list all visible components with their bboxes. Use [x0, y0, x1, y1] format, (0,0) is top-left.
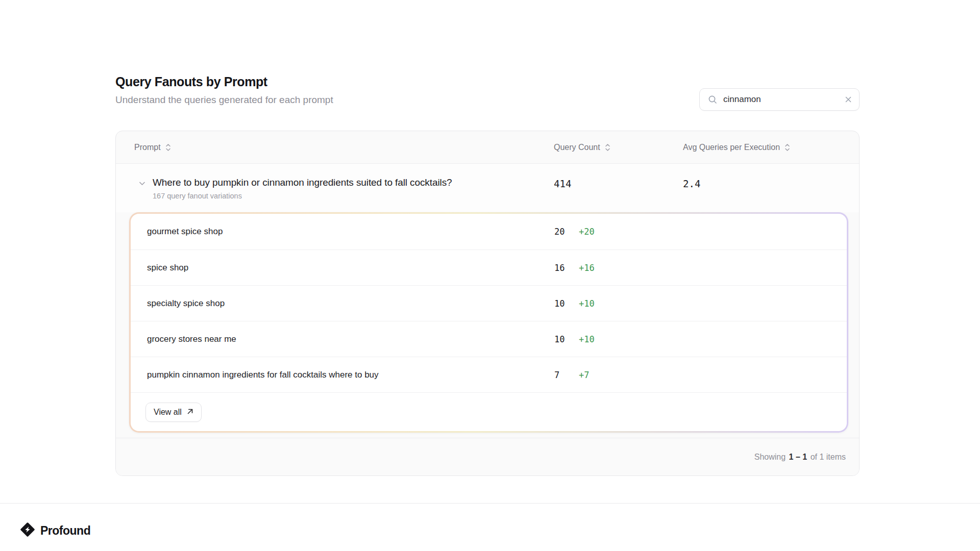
- fanout-query: gourmet spice shop: [131, 227, 554, 237]
- fanout-panel-inner: gourmet spice shop 20 +20 spice shop 16 …: [131, 214, 847, 431]
- fanout-delta: +10: [579, 334, 847, 344]
- prompt-cell: Where to buy pumpkin or cinnamon ingredi…: [116, 177, 554, 200]
- view-all-label: View all: [154, 408, 182, 417]
- fanout-rows: gourmet spice shop 20 +20 spice shop 16 …: [131, 214, 847, 392]
- fanout-row[interactable]: gourmet spice shop 20 +20: [131, 214, 847, 249]
- sort-icon[interactable]: [605, 143, 610, 152]
- brand-name: Profound: [40, 524, 90, 538]
- sort-icon[interactable]: [165, 143, 171, 152]
- column-label: Query Count: [554, 143, 600, 152]
- fanout-delta: +7: [579, 370, 847, 380]
- column-header-prompt[interactable]: Prompt: [116, 143, 554, 152]
- fanout-row[interactable]: specialty spice shop 10 +10: [131, 285, 847, 321]
- query-count-value: 414: [554, 177, 683, 200]
- fanout-query: spice shop: [131, 263, 554, 273]
- fanout-count: 10: [554, 334, 579, 344]
- fanout-count: 16: [554, 263, 579, 273]
- view-all-button[interactable]: View all: [145, 403, 202, 422]
- brand-bar: Profound: [20, 522, 860, 539]
- fanout-panel: gourmet spice shop 20 +20 spice shop 16 …: [129, 212, 848, 433]
- table-header-row: Prompt Query Count Avg Queries per Execu…: [116, 131, 859, 164]
- page-divider: [0, 503, 980, 504]
- profound-logo-icon: [20, 522, 35, 539]
- chevron-down-icon[interactable]: [138, 180, 146, 187]
- fanout-query: specialty spice shop: [131, 298, 554, 309]
- page-subtitle: Understand the queries generated for eac…: [115, 94, 333, 106]
- fanout-delta: +16: [579, 263, 847, 273]
- table-footer: Showing 1 – 1 of 1 items: [116, 438, 859, 475]
- showing-items-text: Showing 1 – 1 of 1 items: [754, 453, 846, 462]
- prompt-text-block: Where to buy pumpkin or cinnamon ingredi…: [153, 177, 452, 200]
- fanout-count: 20: [554, 227, 579, 237]
- search-box[interactable]: [699, 88, 860, 111]
- view-all-row: View all: [131, 392, 847, 431]
- avg-queries-value: 2.4: [683, 177, 859, 200]
- prompt-variations: 167 query fanout variations: [153, 192, 452, 200]
- column-header-avg-queries[interactable]: Avg Queries per Execution: [683, 143, 859, 152]
- fanout-query: grocery stores near me: [131, 334, 554, 344]
- fanout-row[interactable]: spice shop 16 +16: [131, 249, 847, 285]
- fanout-delta: +20: [579, 227, 847, 237]
- column-header-query-count[interactable]: Query Count: [554, 143, 683, 152]
- fanout-count: 7: [554, 370, 579, 380]
- clear-search-icon[interactable]: [844, 95, 853, 104]
- fanout-query: pumpkin cinnamon ingredients for fall co…: [131, 370, 554, 380]
- column-label: Prompt: [134, 143, 161, 152]
- page-content: Query Fanouts by Prompt Understand the q…: [115, 0, 860, 539]
- items-range: 1 – 1: [788, 453, 808, 461]
- search-icon: [707, 94, 718, 105]
- prompt-row[interactable]: Where to buy pumpkin or cinnamon ingredi…: [116, 164, 859, 212]
- arrow-up-right-icon: [187, 408, 193, 417]
- fanout-row[interactable]: pumpkin cinnamon ingredients for fall co…: [131, 357, 847, 392]
- fanout-count: 10: [554, 298, 579, 309]
- fanout-delta: +10: [579, 298, 847, 309]
- page-title: Query Fanouts by Prompt: [115, 74, 333, 89]
- fanouts-table-card: Prompt Query Count Avg Queries per Execu…: [115, 131, 860, 476]
- fanout-row[interactable]: grocery stores near me 10 +10: [131, 321, 847, 357]
- sort-icon[interactable]: [785, 143, 790, 152]
- title-block: Query Fanouts by Prompt Understand the q…: [115, 74, 333, 106]
- page-header: Query Fanouts by Prompt Understand the q…: [115, 74, 860, 111]
- column-label: Avg Queries per Execution: [683, 143, 780, 152]
- search-input[interactable]: [723, 94, 844, 105]
- prompt-title: Where to buy pumpkin or cinnamon ingredi…: [153, 177, 452, 188]
